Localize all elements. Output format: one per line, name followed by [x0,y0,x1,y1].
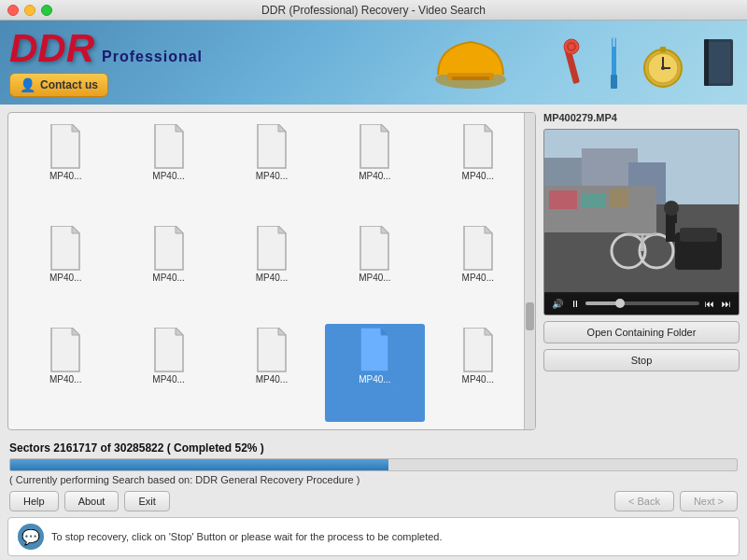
info-message: To stop recovery, click on 'Stop' Button… [51,531,443,542]
fast-forward-button[interactable]: ⏭ [720,299,733,309]
file-item[interactable]: MP40... [222,120,321,218]
file-item[interactable]: MP40... [429,120,528,218]
file-icon [150,226,188,271]
file-icon [47,328,84,372]
video-progress-bar[interactable] [585,301,699,305]
scrollbar-track[interactable] [524,113,535,429]
svg-rect-14 [660,47,666,52]
svg-point-4 [564,39,579,54]
file-item[interactable]: MP40... [222,222,321,320]
file-item[interactable]: MP40... [119,324,218,422]
progress-sub-label: ( Currently performing Search based on: … [9,474,738,485]
file-item[interactable]: MP40... [222,324,321,422]
file-name: MP40... [359,171,390,181]
file-name: MP40... [49,171,81,181]
about-button[interactable]: About [64,491,120,511]
file-icon [47,226,84,271]
minimize-button[interactable] [24,5,35,16]
notebook-icon [700,35,738,91]
svg-marker-92 [485,328,492,335]
window-title: DDR (Professional) Recovery - Video Sear… [261,4,486,17]
progress-bar-container [9,458,738,471]
file-icon [47,124,84,169]
file-name: MP40... [49,374,81,385]
svg-rect-7 [611,75,617,89]
back-button[interactable]: < Back [614,491,674,511]
svg-marker-32 [278,124,286,132]
svg-rect-99 [549,190,577,209]
scrollbar-thumb[interactable] [526,302,534,330]
logo-area: DDR Professional 👤 Contact us [9,29,203,97]
svg-marker-37 [381,124,388,132]
svg-point-13 [661,66,665,70]
progress-label: Sectors 2161717 of 30285822 ( Completed … [9,441,738,455]
file-item[interactable]: MP40... [325,222,424,320]
file-icon [459,226,497,271]
content-area: MP40...MP40...MP40...MP40...MP40...MP40.… [0,105,747,438]
logo-ddr: DDR [9,29,94,68]
file-name: MP40... [152,374,184,385]
contact-button[interactable]: 👤 Contact us [9,73,108,97]
file-item[interactable]: MP40... [16,120,115,218]
svg-marker-27 [176,124,183,132]
file-name: MP40... [256,171,288,181]
file-item[interactable]: MP40... [119,222,218,320]
info-bar: 💬 To stop recovery, click on 'Stop' Butt… [7,517,740,556]
volume-button[interactable]: 🔊 [550,299,565,309]
open-folder-button[interactable]: Open Containing Folder [543,321,740,343]
progress-bar-fill [10,459,388,470]
logo-professional: Professional [102,49,203,65]
svg-rect-101 [610,189,628,207]
svg-marker-77 [176,328,183,335]
svg-rect-16 [708,42,730,83]
svg-rect-17 [704,39,709,86]
scene-svg [544,130,740,294]
rewind-button[interactable]: ⏮ [703,299,716,309]
file-name: MP40... [256,273,288,283]
exit-button[interactable]: Exit [124,491,169,511]
file-icon [150,124,188,169]
file-name: MP40... [49,273,81,283]
svg-point-107 [664,201,679,216]
svg-rect-100 [582,193,605,207]
svg-marker-72 [72,328,79,335]
file-item[interactable]: MP40... [429,222,528,320]
file-name: MP40... [256,374,288,385]
file-name: MP40... [462,374,494,385]
help-button[interactable]: Help [9,491,59,511]
wrench-icon [556,33,588,93]
title-bar: DDR (Professional) Recovery - Video Sear… [0,0,747,21]
file-icon [356,226,393,271]
svg-marker-42 [485,124,492,132]
file-item[interactable]: MP40... [325,120,424,218]
file-item[interactable]: MP40... [16,324,115,422]
main-content: MP40...MP40...MP40...MP40...MP40...MP40.… [0,105,747,560]
svg-marker-67 [485,226,492,233]
file-icon [356,328,393,372]
next-button[interactable]: Next > [680,491,738,511]
maximize-button[interactable] [41,5,52,16]
file-item[interactable]: MP40... [16,222,115,320]
svg-marker-57 [278,226,286,233]
svg-marker-82 [278,328,286,335]
close-button[interactable] [7,5,19,16]
file-item[interactable]: MP40... [429,324,528,422]
video-thumbnail [544,130,739,315]
svg-marker-62 [381,226,388,233]
file-icon [253,328,290,372]
file-icon [459,328,497,372]
stop-button[interactable]: Stop [543,349,740,371]
file-item[interactable]: MP40... [119,120,218,218]
file-grid: MP40...MP40...MP40...MP40...MP40...MP40.… [8,113,535,429]
info-icon: 💬 [18,524,44,550]
svg-marker-52 [176,226,183,233]
pause-button[interactable]: ⏸ [569,299,582,309]
svg-rect-110 [680,228,717,242]
window-controls [7,5,52,16]
file-icon [150,328,188,372]
bottom-buttons: Help About Exit < Back Next > [0,487,747,515]
hardhat-icon [429,28,513,98]
file-name: MP40... [462,273,494,283]
person-icon: 👤 [20,77,35,92]
file-item[interactable]: MP40... [325,324,424,422]
